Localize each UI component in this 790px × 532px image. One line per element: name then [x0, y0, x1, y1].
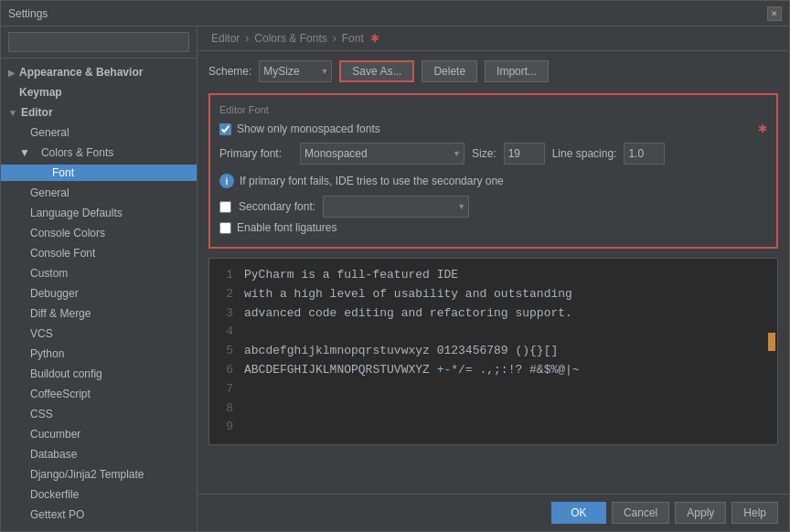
preview-line-7: 7 — [220, 380, 766, 399]
font-preview-area: 1 PyCharm is a full-featured IDE 2 with … — [208, 258, 778, 445]
sidebar-item-label: General — [30, 186, 69, 199]
sidebar-item-dockerfile[interactable]: Dockerfile — [1, 484, 197, 505]
apply-button[interactable]: Apply — [675, 502, 726, 524]
titlebar: Settings ✕ — [1, 1, 789, 27]
breadcrumb-sep2: › — [333, 32, 336, 45]
breadcrumb: Editor › Colors & Fonts › Font ✱ — [198, 27, 789, 51]
line-number: 5 — [220, 342, 233, 361]
sidebar-item-label: Debugger — [30, 287, 79, 300]
line-number: 6 — [220, 361, 233, 380]
preview-text — [244, 418, 251, 437]
save-as-button[interactable]: Save As... — [339, 60, 414, 82]
sidebar-item-general2[interactable]: General — [1, 183, 197, 203]
sidebar-item-console-colors[interactable]: Console Colors — [1, 223, 197, 243]
main-content-area: ▶ Appearance & Behavior Keymap ▼ Editor — [1, 27, 789, 531]
close-button[interactable]: ✕ — [767, 6, 782, 21]
scroll-indicator — [768, 333, 775, 351]
sidebar-item-colors-fonts[interactable]: ▼ Colors & Fonts — [1, 143, 197, 163]
editor-font-section: Editor Font Show only monospaced fonts ✱… — [208, 93, 778, 249]
sidebar-item-editor[interactable]: ▼ Editor — [1, 102, 197, 122]
preview-line-4: 4 — [220, 323, 766, 342]
scheme-label: Scheme: — [208, 65, 251, 78]
sidebar-item-label: Editor — [21, 106, 53, 119]
sidebar-item-appearance[interactable]: ▶ Appearance & Behavior — [1, 62, 197, 82]
sidebar-item-css[interactable]: CSS — [1, 404, 197, 424]
ligature-label: Enable font ligatures — [237, 221, 336, 234]
breadcrumb-sep1: › — [245, 32, 249, 45]
sidebar-item-label: Font — [52, 166, 74, 179]
line-number: 2 — [220, 285, 233, 304]
breadcrumb-font: Font — [342, 32, 364, 45]
sidebar-item-console-font[interactable]: Console Font — [1, 243, 197, 263]
ligature-checkbox[interactable] — [219, 222, 231, 234]
preview-text — [244, 399, 251, 419]
sidebar-item-font[interactable]: Font — [1, 163, 197, 183]
ok-button[interactable]: OK — [551, 502, 606, 524]
spacing-input[interactable] — [624, 143, 665, 165]
delete-button[interactable]: Delete — [422, 60, 477, 82]
warning-indicator: ✱ — [758, 122, 767, 135]
preview-text: advanced code editing and refactoring su… — [244, 304, 572, 324]
line-number: 3 — [220, 304, 233, 324]
preview-text: with a high level of usability and outst… — [244, 285, 572, 304]
preview-text: ABCDEFGHIJKLMNOPQRSTUVWXYZ +-*/= .,;:!? … — [244, 361, 580, 380]
line-number: 1 — [220, 266, 233, 285]
sidebar-item-language-defaults[interactable]: Language Defaults — [1, 203, 197, 223]
monospaced-checkbox[interactable] — [219, 123, 231, 135]
sidebar-item-debugger[interactable]: Debugger — [1, 283, 197, 303]
scheme-row: Scheme: MySize ▼ Save As... Delete Impor… — [208, 60, 778, 82]
sidebar-item-label: Custom — [30, 267, 68, 280]
sidebar-item-diff-merge[interactable]: Diff & Merge — [1, 303, 197, 324]
window-title: Settings — [8, 7, 767, 20]
expand-arrow: ▼ — [8, 108, 17, 118]
expand-arrow: ▼ — [19, 146, 30, 159]
cancel-button[interactable]: Cancel — [612, 502, 669, 524]
font-settings-row: Primary font: Monospaced ▼ Size: Line sp… — [219, 143, 767, 165]
sidebar-item-gettext[interactable]: Gettext PO — [1, 505, 197, 525]
preview-text: PyCharm is a full-featured IDE — [244, 266, 458, 285]
info-text: If primary font fails, IDE tries to use … — [240, 175, 504, 187]
monospaced-label: Show only monospaced fonts — [237, 122, 380, 135]
sidebar-item-label: Console Font — [30, 247, 95, 260]
preview-text — [244, 323, 251, 342]
primary-font-label: Primary font: — [219, 147, 293, 160]
size-label: Size: — [472, 147, 496, 160]
sidebar-item-django[interactable]: Django/Jinja2 Template — [1, 464, 197, 484]
sidebar-item-vcs[interactable]: VCS — [1, 324, 197, 344]
sidebar-item-keymap[interactable]: Keymap — [1, 82, 197, 102]
help-button[interactable]: Help — [731, 502, 778, 524]
bottom-bar: OK Cancel Apply Help — [198, 494, 789, 531]
sidebar-item-label: Cucumber — [30, 428, 80, 441]
sidebar-item-label: Gettext PO — [30, 508, 84, 521]
secondary-font-select-wrapper: ▼ — [323, 196, 469, 218]
sidebar-item-buildout-config[interactable]: Buildout config — [1, 364, 197, 384]
sidebar-item-label: Appearance & Behavior — [19, 66, 143, 79]
sidebar-item-coffeescript[interactable]: CoffeeScript — [1, 384, 197, 404]
info-row: i If primary font fails, IDE tries to us… — [219, 170, 767, 192]
sidebar-item-label: Django/Jinja2 Template — [30, 468, 144, 481]
sidebar-item-label: Keymap — [19, 86, 62, 99]
scheme-select[interactable]: MySize — [259, 60, 332, 82]
sidebar-item-cucumber[interactable]: Cucumber — [1, 424, 197, 444]
secondary-font-checkbox[interactable] — [219, 201, 231, 213]
sidebar-item-custom[interactable]: Custom — [1, 263, 197, 283]
expand-arrow: ▶ — [8, 68, 16, 78]
preview-text — [244, 380, 251, 399]
preview-line-5: 5 abcdefghijklmnopqrstuvwxyz 0123456789 … — [220, 342, 766, 361]
sidebar-item-python[interactable]: Python — [1, 344, 197, 364]
sidebar-item-database[interactable]: Database — [1, 444, 197, 464]
sidebar-item-label: Language Defaults — [30, 207, 123, 219]
monospaced-checkbox-row: Show only monospaced fonts ✱ — [219, 122, 767, 135]
info-icon: i — [219, 174, 234, 188]
size-input[interactable] — [504, 143, 545, 165]
import-button[interactable]: Import... — [485, 60, 549, 82]
search-input[interactable] — [8, 32, 189, 52]
primary-font-select[interactable]: Monospaced — [300, 143, 464, 165]
preview-line-8: 8 — [220, 399, 766, 419]
secondary-font-select[interactable] — [323, 196, 469, 218]
sidebar-item-label: Python — [30, 347, 64, 360]
preview-line-1: 1 PyCharm is a full-featured IDE — [220, 266, 766, 285]
preview-line-6: 6 ABCDEFGHIJKLMNOPQRSTUVWXYZ +-*/= .,;:!… — [220, 361, 766, 380]
line-number: 7 — [220, 380, 233, 399]
sidebar-item-general[interactable]: General — [1, 122, 197, 143]
